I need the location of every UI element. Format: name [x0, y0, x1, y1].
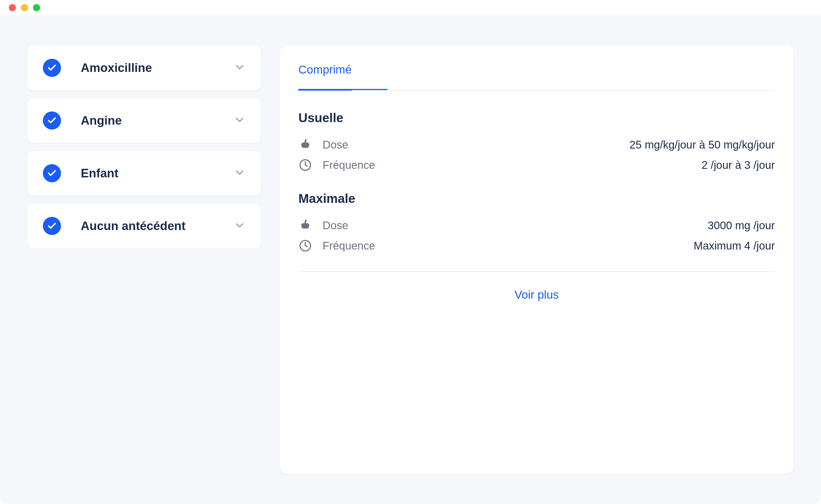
check-icon: [43, 59, 61, 77]
clock-icon: [298, 159, 312, 171]
mortar-icon: [298, 219, 312, 232]
clock-icon: [298, 239, 312, 252]
filter-card-condition[interactable]: Angine: [27, 98, 261, 143]
filter-sidebar: Amoxicilline Angine Enfant: [27, 46, 261, 474]
tab-comprime[interactable]: Comprimé: [298, 63, 352, 91]
chevron-down-icon: [234, 114, 246, 127]
filter-label: Enfant: [81, 166, 214, 180]
dose-value: 3000 mg /jour: [708, 219, 775, 232]
filter-label: Amoxicilline: [81, 61, 214, 75]
filter-label: Aucun antécédent: [81, 219, 214, 233]
content-area: Amoxicilline Angine Enfant: [0, 15, 821, 504]
traffic-lights: [9, 4, 40, 11]
dose-row: Dose 3000 mg /jour: [298, 219, 775, 232]
frequency-value: 2 /jour à 3 /jour: [702, 159, 775, 171]
dose-label: Dose: [323, 139, 348, 151]
usual-dosage-section: Usuelle Dose 25 mg/kg/jour à 50 mg/kg/jo…: [298, 110, 775, 171]
minimize-window-button[interactable]: [21, 4, 28, 11]
see-more-container: Voir plus: [298, 272, 775, 301]
dosage-panel: Comprimé Usuelle Dose 25 mg/kg/jour à 50…: [280, 46, 794, 474]
check-icon: [43, 111, 61, 130]
frequency-label: Fréquence: [323, 240, 375, 252]
filter-label: Angine: [81, 114, 214, 127]
frequency-label: Fréquence: [323, 159, 375, 171]
app-window: Amoxicilline Angine Enfant: [0, 0, 821, 504]
chevron-down-icon: [234, 219, 246, 233]
check-icon: [43, 217, 61, 235]
see-more-link[interactable]: Voir plus: [514, 288, 558, 301]
maximize-window-button[interactable]: [33, 4, 40, 11]
dose-value: 25 mg/kg/jour à 50 mg/kg/jour: [630, 139, 775, 151]
close-window-button[interactable]: [9, 4, 16, 11]
mortar-icon: [298, 138, 312, 151]
frequency-value: Maximum 4 /jour: [694, 240, 775, 252]
check-icon: [43, 164, 61, 182]
tab-row: Comprimé: [298, 46, 775, 91]
filter-card-patient-type[interactable]: Enfant: [27, 151, 261, 195]
section-title: Usuelle: [298, 110, 775, 125]
frequency-row: Fréquence 2 /jour à 3 /jour: [298, 159, 775, 171]
filter-card-medication[interactable]: Amoxicilline: [27, 46, 261, 90]
dose-label: Dose: [323, 219, 348, 232]
maximum-dosage-section: Maximale Dose 3000 mg /jour: [298, 191, 775, 252]
dose-row: Dose 25 mg/kg/jour à 50 mg/kg/jour: [298, 138, 775, 151]
chevron-down-icon: [234, 167, 246, 180]
frequency-row: Fréquence Maximum 4 /jour: [298, 239, 775, 252]
section-title: Maximale: [298, 191, 775, 206]
titlebar: [0, 0, 821, 15]
chevron-down-icon: [234, 61, 246, 74]
filter-card-history[interactable]: Aucun antécédent: [27, 204, 261, 248]
